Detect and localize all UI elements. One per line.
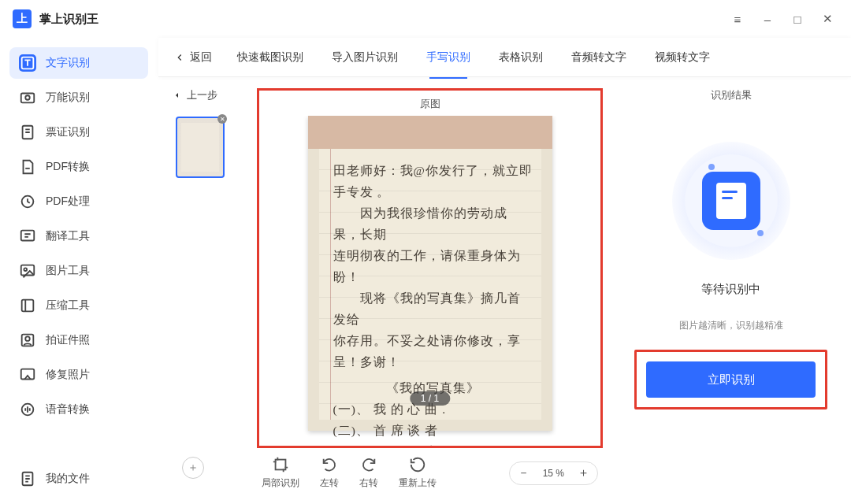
sidebar-item-audio[interactable]: 语音转换	[9, 394, 148, 425]
bottom-toolbar: 局部识别 左转 右转 重新上传	[257, 448, 603, 495]
sidebar-item-label: 翻译工具	[46, 229, 90, 243]
sidebar-item-universal-ocr[interactable]: 万能识别	[9, 82, 148, 113]
tool-label: 左转	[320, 476, 339, 490]
sidebar-item-label: 文字识别	[46, 56, 90, 70]
sidebar-item-label: 拍证件照	[46, 333, 90, 347]
svg-rect-5	[21, 231, 35, 241]
sidebar: 文字识别 万能识别 票证识别 PDF转换 PDF处理 翻译工具	[0, 38, 158, 504]
svg-rect-11	[21, 369, 35, 380]
rotate-left-icon	[321, 456, 338, 473]
translate-icon	[19, 228, 36, 245]
page-indicator: 1 / 1	[410, 391, 450, 406]
recognize-now-button[interactable]: 立即识别	[646, 361, 816, 398]
hw-line: 现将《我的写真集》摘几首发给	[333, 287, 533, 330]
result-status-illustration	[672, 142, 790, 260]
crop-recognize-button[interactable]: 局部识别	[262, 456, 299, 490]
sidebar-item-id-photo[interactable]: 拍证件照	[9, 324, 148, 356]
tab-screenshot-ocr[interactable]: 快速截图识别	[234, 44, 307, 71]
tab-table-ocr[interactable]: 表格识别	[496, 44, 546, 71]
minimize-button[interactable]: –	[756, 8, 779, 30]
top-nav: 返回 快速截图识别 导入图片识别 手写识别 表格识别 音频转文字 视频转文字	[158, 38, 851, 77]
tool-label: 右转	[359, 476, 378, 490]
text-icon	[19, 54, 36, 72]
preview-highlight-frame: 原图 田老师好：我@你发行了，就立即手专发 。 因为我很珍惜你的劳动成果，长期	[257, 88, 603, 448]
sidebar-item-text-ocr[interactable]: 文字识别	[9, 47, 148, 79]
sidebar-item-label: 万能识别	[46, 91, 90, 105]
sidebar-item-my-files[interactable]: 我的文件	[9, 463, 148, 495]
svg-rect-14	[276, 460, 286, 470]
reupload-button[interactable]: 重新上传	[399, 456, 437, 490]
zoom-control: － 15 % ＋	[509, 461, 598, 485]
camera-icon	[19, 89, 36, 106]
sidebar-item-label: 修复照片	[46, 368, 90, 382]
zoom-in-button[interactable]: ＋	[572, 463, 594, 484]
rotate-right-icon	[360, 456, 377, 473]
rotate-right-button[interactable]: 右转	[359, 456, 378, 490]
close-button[interactable]: ✕	[816, 8, 838, 30]
sidebar-item-restore-photo[interactable]: 修复照片	[9, 359, 148, 391]
files-icon	[19, 470, 36, 487]
svg-point-7	[24, 268, 27, 271]
back-button[interactable]: 返回	[174, 50, 212, 65]
svg-point-10	[25, 336, 30, 341]
hw-line: 你存用。不妥之处请你修改，享呈！多谢！	[333, 330, 533, 372]
reupload-icon	[409, 456, 426, 473]
restore-icon	[19, 366, 36, 384]
hw-line: 田老师好：我@你发行了，就立即手专发 。	[333, 160, 533, 202]
sidebar-item-label: 语音转换	[46, 402, 90, 417]
tab-video-to-text[interactable]: 视频转文字	[652, 44, 713, 71]
sidebar-item-label: PDF转换	[46, 160, 90, 174]
sidebar-item-label: PDF处理	[46, 195, 90, 209]
preview-title: 原图	[259, 91, 600, 116]
app-logo: 上	[13, 9, 32, 28]
receipt-icon	[19, 124, 36, 141]
hw-line: 连明彻夜的工作，请保重身体为盼！	[333, 245, 533, 287]
cta-highlight-frame: 立即识别	[634, 350, 827, 410]
source-image[interactable]: 田老师好：我@你发行了，就立即手专发 。 因为我很珍惜你的劳动成果，长期 连明彻…	[308, 116, 552, 431]
crop-icon	[272, 456, 289, 473]
image-icon	[19, 262, 36, 280]
hw-item: (三)、 悠 悠 人 生 .	[333, 441, 533, 446]
audio-icon	[19, 401, 36, 418]
sidebar-item-image-tools[interactable]: 图片工具	[9, 255, 148, 287]
maximize-button[interactable]: □	[786, 8, 808, 30]
rotate-left-button[interactable]: 左转	[320, 456, 339, 490]
sidebar-item-pdf-tools[interactable]: PDF处理	[9, 186, 148, 217]
zoom-out-button[interactable]: －	[513, 463, 535, 484]
thumbnail-remove-button[interactable]: ✕	[217, 114, 227, 124]
titlebar: 上 掌上识别王 ≡ – □ ✕	[0, 0, 851, 38]
sidebar-item-pdf-convert[interactable]: PDF转换	[9, 151, 148, 183]
image-thumbnail[interactable]: ✕	[176, 117, 225, 178]
tab-handwriting-ocr[interactable]: 手写识别	[423, 44, 474, 71]
sidebar-item-label: 压缩工具	[46, 298, 90, 313]
back-label: 返回	[190, 50, 212, 65]
sidebar-item-compress[interactable]: 压缩工具	[9, 290, 148, 321]
sidebar-item-label: 图片工具	[46, 264, 90, 278]
tab-audio-to-text[interactable]: 音频转文字	[568, 44, 630, 71]
pdf-tools-icon	[19, 193, 36, 210]
svg-point-2	[25, 95, 30, 100]
tab-import-image-ocr[interactable]: 导入图片识别	[329, 44, 401, 71]
hw-item: (二)、 首 席 谈 者	[333, 420, 533, 441]
add-image-button[interactable]: ＋	[182, 457, 204, 479]
tool-label: 重新上传	[399, 476, 437, 490]
id-photo-icon	[19, 332, 36, 349]
pdf-convert-icon	[19, 158, 36, 176]
app-title: 掌上识别王	[39, 12, 98, 27]
result-status-text: 等待识别中	[701, 282, 760, 297]
svg-rect-1	[21, 94, 35, 103]
menu-button[interactable]: ≡	[727, 8, 749, 30]
sidebar-item-label: 票证识别	[46, 125, 90, 139]
tool-label: 局部识别	[262, 476, 299, 490]
result-hint-text: 图片越清晰，识别越精准	[679, 319, 783, 332]
sidebar-item-translate[interactable]: 翻译工具	[9, 220, 148, 252]
sidebar-item-receipt-ocr[interactable]: 票证识别	[9, 117, 148, 148]
svg-rect-8	[22, 300, 34, 312]
zoom-value: 15 %	[535, 468, 572, 479]
previous-step-label: 上一步	[187, 88, 217, 102]
result-panel-title: 识别结果	[711, 88, 752, 102]
sidebar-item-label: 我的文件	[46, 472, 90, 486]
previous-step-button[interactable]: 上一步	[173, 88, 217, 102]
hw-line: 因为我很珍惜你的劳动成果，长期	[333, 202, 533, 245]
compress-icon	[19, 297, 36, 314]
